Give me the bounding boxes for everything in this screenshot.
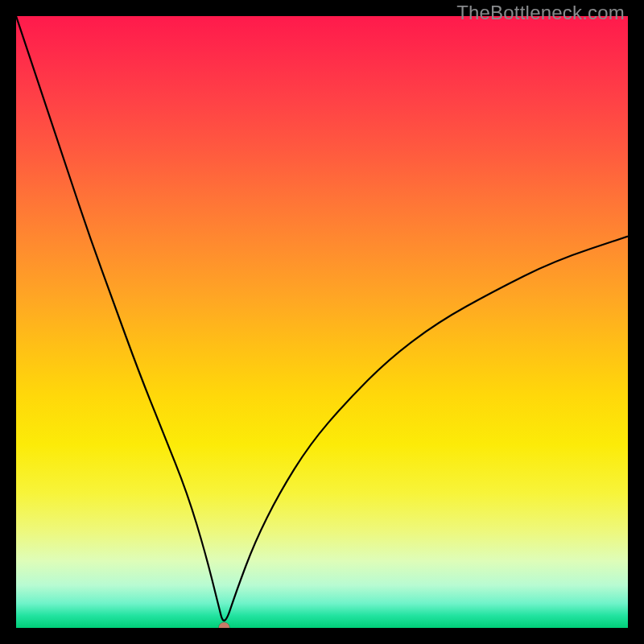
optimal-point-dot	[218, 622, 229, 628]
chart-frame	[16, 16, 628, 628]
bottleneck-curve	[16, 16, 628, 621]
watermark-text: TheBottleneck.com	[456, 2, 625, 24]
chart-svg	[16, 16, 628, 628]
